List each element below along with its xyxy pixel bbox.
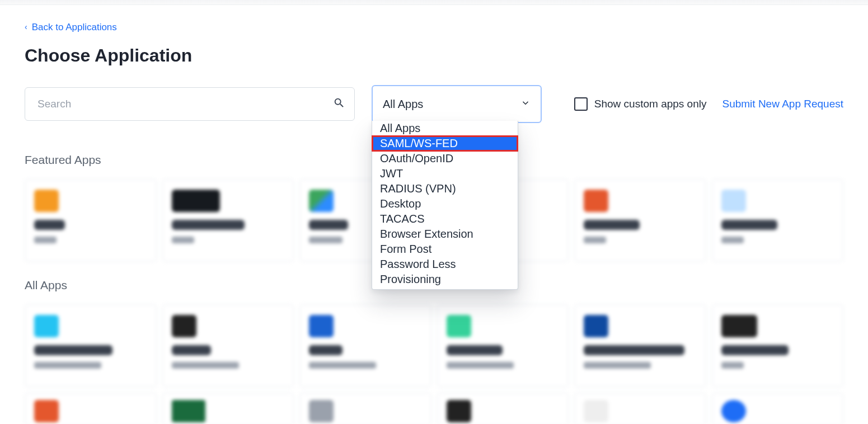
submit-new-app-request-link[interactable]: Submit New App Request	[722, 98, 843, 110]
right-controls: Show custom apps only Submit New App Req…	[574, 97, 843, 111]
filter-selected-label: All Apps	[383, 98, 423, 111]
app-card[interactable]	[162, 393, 294, 424]
filter-select-button[interactable]: All Apps	[372, 85, 542, 123]
filter-option[interactable]: OAuth/OpenID	[372, 151, 518, 166]
filter-option[interactable]: TACACS	[372, 211, 518, 227]
app-card[interactable]	[162, 179, 294, 262]
filter-option[interactable]: JWT	[372, 166, 518, 181]
all-apps-row-2	[25, 393, 843, 424]
app-card[interactable]	[574, 304, 706, 387]
back-to-applications-link[interactable]: ‹ Back to Applications	[25, 22, 117, 33]
app-card[interactable]	[437, 393, 569, 424]
filter-option[interactable]: Form Post	[372, 242, 518, 257]
app-card[interactable]	[437, 304, 569, 387]
app-card[interactable]	[712, 304, 844, 387]
chevron-down-icon	[520, 98, 531, 111]
filter-option[interactable]: Browser Extension	[372, 227, 518, 242]
show-custom-apps-checkbox[interactable]: Show custom apps only	[574, 97, 707, 111]
filter-select: All Apps All AppsSAML/WS-FEDOAuth/OpenID…	[372, 85, 542, 123]
page: ‹ Back to Applications Choose Applicatio…	[0, 5, 868, 424]
page-title: Choose Application	[25, 45, 843, 66]
filter-option[interactable]: Desktop	[372, 196, 518, 211]
filter-option[interactable]: Password Less	[372, 257, 518, 272]
search-box[interactable]	[25, 87, 355, 121]
app-card[interactable]	[299, 304, 431, 387]
checkbox-icon	[574, 97, 588, 111]
filter-option[interactable]: All Apps	[372, 121, 518, 136]
app-card[interactable]	[25, 179, 157, 262]
search-input[interactable]	[36, 97, 333, 111]
app-card[interactable]	[574, 179, 706, 262]
app-card[interactable]	[25, 393, 157, 424]
filter-option[interactable]: RADIUS (VPN)	[372, 181, 518, 196]
controls-row: All Apps All AppsSAML/WS-FEDOAuth/OpenID…	[25, 85, 843, 123]
chevron-left-icon: ‹	[25, 22, 27, 31]
filter-option[interactable]: Provisioning	[372, 272, 518, 287]
app-card[interactable]	[299, 393, 431, 424]
filter-option[interactable]: SAML/WS-FED	[372, 136, 518, 151]
app-card[interactable]	[712, 393, 844, 424]
app-card[interactable]	[574, 393, 706, 424]
top-bar	[0, 0, 868, 5]
all-apps-row-1	[25, 304, 843, 387]
app-card[interactable]	[162, 304, 294, 387]
back-link-label: Back to Applications	[32, 22, 117, 33]
filter-dropdown: All AppsSAML/WS-FEDOAuth/OpenIDJWTRADIUS…	[372, 121, 518, 290]
checkbox-label: Show custom apps only	[594, 98, 707, 110]
app-card[interactable]	[712, 179, 844, 262]
app-card[interactable]	[25, 304, 157, 387]
search-icon	[333, 97, 345, 111]
